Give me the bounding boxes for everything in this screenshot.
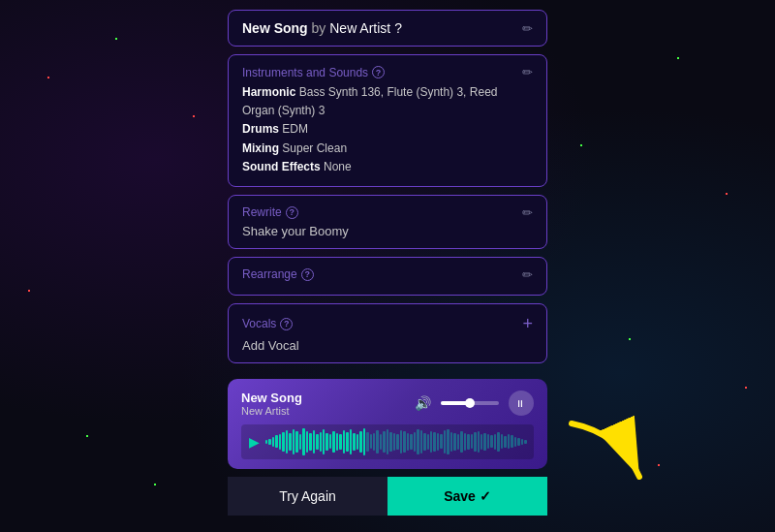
drums-value: EDM (282, 122, 308, 136)
drums-row: Drums EDM (242, 120, 533, 139)
by-label: by (312, 20, 326, 36)
instruments-edit-icon[interactable]: ✏ (522, 65, 533, 79)
song-title-header: New Song by New Artist ? ✏ (242, 20, 533, 36)
rearrange-header: Rearrange ? ✏ (242, 267, 533, 282)
song-artist: New Artist (329, 20, 390, 36)
save-button[interactable]: Save ✓ (388, 477, 547, 516)
vocals-info-icon[interactable]: ? (280, 318, 293, 330)
mixing-row: Mixing Super Clean (242, 140, 533, 158)
rewrite-edit-icon[interactable]: ✏ (522, 205, 533, 220)
waveform-play-icon: ▶ (249, 434, 260, 450)
player-card: New Song New Artist 🔊 ⏸ ▶ (228, 379, 547, 469)
sound-effects-value: None (324, 160, 352, 173)
pause-icon: ⏸ (515, 398, 527, 409)
song-info-icon[interactable]: ? (394, 20, 402, 36)
rewrite-value: Shake your Boomy (242, 224, 533, 238)
main-container: New Song by New Artist ? ✏ Instruments a… (0, 0, 775, 532)
player-top: New Song New Artist 🔊 ⏸ (241, 391, 534, 417)
rewrite-info-icon[interactable]: ? (286, 206, 298, 219)
rewrite-title-text: Rewrite (242, 205, 282, 219)
harmonic-label: Harmonic (242, 85, 295, 99)
rearrange-info-icon[interactable]: ? (301, 268, 314, 281)
player-song-info: New Song New Artist (241, 391, 302, 417)
harmonic-row: Harmonic Bass Synth 136, Flute (Synth) 3… (242, 83, 533, 120)
rearrange-card: Rearrange ? ✏ (228, 257, 547, 296)
rearrange-title-text: Rearrange (242, 267, 297, 281)
volume-knob (465, 398, 475, 408)
rearrange-title: Rearrange ? (242, 267, 314, 281)
instruments-card: Instruments and Sounds ? ✏ Harmonic Bass… (228, 54, 547, 187)
song-title-text: New Song by New Artist ? (242, 20, 402, 36)
rewrite-title: Rewrite ? (242, 205, 298, 219)
player-artist-name: New Artist (241, 405, 302, 417)
instruments-header: Instruments and Sounds ? ✏ (242, 65, 533, 79)
instruments-title-text: Instruments and Sounds (242, 66, 368, 79)
mixing-value: Super Clean (282, 141, 347, 155)
rewrite-card: Rewrite ? ✏ Shake your Boomy (228, 195, 547, 249)
drums-label: Drums (242, 122, 279, 136)
player-song-name: New Song (241, 391, 302, 405)
player-controls: 🔊 ⏸ (415, 391, 534, 416)
song-title-card: New Song by New Artist ? ✏ (228, 10, 547, 47)
cards-area: New Song by New Artist ? ✏ Instruments a… (228, 10, 547, 363)
vocals-add-icon[interactable]: + (522, 314, 533, 334)
sound-effects-row: Sound Effects None (242, 158, 533, 176)
rewrite-header: Rewrite ? ✏ (242, 205, 533, 220)
bottom-buttons: Try Again Save ✓ (228, 477, 547, 516)
waveform-bars (265, 428, 526, 455)
vocals-title-text: Vocals (242, 317, 276, 330)
add-vocal-text: Add Vocal (242, 338, 533, 353)
volume-fill (441, 401, 470, 405)
pause-button[interactable]: ⏸ (509, 391, 534, 416)
waveform-container[interactable]: ▶ (241, 424, 534, 459)
sound-effects-label: Sound Effects (242, 160, 321, 173)
vocals-title: Vocals ? (242, 317, 293, 330)
volume-slider[interactable] (441, 401, 499, 405)
volume-icon[interactable]: 🔊 (415, 395, 431, 411)
instruments-info-icon[interactable]: ? (372, 66, 385, 78)
mixing-label: Mixing (242, 141, 279, 155)
song-title: New Song (242, 20, 308, 36)
instruments-content: Harmonic Bass Synth 136, Flute (Synth) 3… (242, 83, 533, 176)
player-section: New Song New Artist 🔊 ⏸ ▶ (228, 379, 547, 469)
vocals-header: Vocals ? + (242, 314, 533, 334)
vocals-card: Vocals ? + Add Vocal (228, 303, 547, 363)
try-again-button[interactable]: Try Again (228, 477, 388, 516)
rearrange-edit-icon[interactable]: ✏ (522, 267, 533, 282)
song-title-edit-icon[interactable]: ✏ (522, 21, 533, 36)
instruments-title: Instruments and Sounds ? (242, 66, 385, 79)
